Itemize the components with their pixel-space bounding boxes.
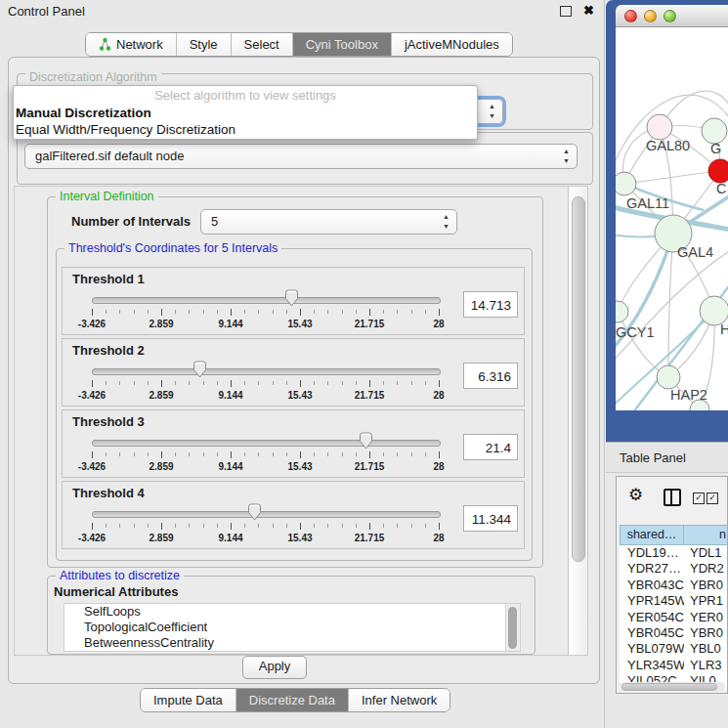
close-traffic-light-icon[interactable] [624,10,637,22]
major-tick [92,451,93,458]
tab-jactivemnodules[interactable]: jActiveMNodules [391,33,512,56]
threshold-value-field[interactable]: 21.4 [463,434,518,460]
major-tick [300,380,301,387]
network-node-hap2[interactable] [657,365,680,389]
network-icon [99,37,111,52]
table-row[interactable]: YDL19…YDL1 [620,545,728,561]
slider-handle[interactable] [359,432,373,450]
major-tick [161,451,162,458]
threshold-value-field[interactable]: 6.316 [463,363,518,389]
tick-label: 9.144 [218,319,242,329]
slider-handle[interactable] [247,503,262,521]
tick-label: -3.426 [78,461,106,472]
table-row[interactable]: YER054CYER0 [620,610,728,625]
network-window-titlebar [616,5,728,27]
attributes-scrollbar[interactable] [505,604,520,651]
table-row[interactable]: YLR345WYLR3 [620,658,728,673]
network-node-gcy1[interactable] [616,301,628,322]
tick-label: 9.144 [218,533,242,543]
node-label: GCY1 [616,324,655,340]
table-row[interactable]: YBL079WYBL0 [620,641,728,657]
numerical-attributes-list[interactable]: SelfLoopsTopologicalCoefficientBetweenne… [64,603,521,652]
tab-network[interactable]: Network [86,33,176,56]
tick-label: 15.43 [287,390,312,401]
major-tick [369,380,370,387]
table-cell: YDL1 [684,545,728,561]
tick-label: 2.859 [149,319,173,329]
minimize-traffic-light-icon[interactable] [644,10,657,22]
threshold-value-field[interactable]: 11.344 [463,505,518,532]
table-horizontal-scrollbar[interactable] [620,682,725,691]
network-canvas[interactable]: GAL80GCGAL11GAL4GCY1HHAP2 [616,27,728,410]
network-graph: GAL80GCGAL11GAL4GCY1HHAP2 [616,27,728,410]
split-columns-icon[interactable] [664,489,681,506]
slider-track[interactable] [92,440,441,447]
table-data-combo-box[interactable]: galFiltered.sif default node ▲▼ [24,144,578,169]
tick-label: 9.144 [218,390,242,401]
scrollbar-thumb[interactable] [621,683,717,691]
column-header-1[interactable]: shared… [620,525,684,545]
apply-button[interactable]: Apply [242,656,307,679]
network-node-gal11[interactable] [616,172,636,195]
algorithm-option-manual-discretization[interactable]: Manual Discretization [14,105,477,121]
close-icon[interactable]: ✖ [583,3,594,18]
slider-handle[interactable] [284,289,299,307]
slider-track[interactable] [92,368,441,375]
tab-discretize-data[interactable]: Discretize Data [236,689,348,711]
table-row[interactable]: YPR145WYPR1 [620,593,728,609]
column-header-2[interactable]: n [684,525,728,545]
algorithm-placeholder-option[interactable]: Select algorithm to view settings [14,86,477,105]
scrollbar-thumb[interactable] [572,196,585,562]
attribute-list-item[interactable]: BetweennessCentrality [64,635,520,651]
tick-label: 28 [433,461,444,472]
threshold-value-field[interactable]: 14.713 [463,291,518,318]
checkbox-icon[interactable]: ✓ [707,492,718,504]
algorithm-option-equal-width-frequency-discretization[interactable]: Equal Width/Frequency Discretization [14,121,477,138]
settings-vertical-scrollbar[interactable] [568,187,587,655]
major-tick [161,309,162,316]
tab-select[interactable]: Select [231,33,292,56]
major-tick [92,523,93,530]
zoom-traffic-light-icon[interactable] [664,10,676,22]
gear-icon[interactable]: ⚙ [628,485,643,505]
threshold-slider[interactable]: -3.4262.8599.14415.4321.71528 [92,366,439,404]
slider-handle[interactable] [193,361,207,378]
table-row[interactable]: YBR043CYBR0 [620,578,728,593]
threshold-slider[interactable]: -3.4262.8599.14415.4321.71528 [92,438,439,475]
tab-label: Style [190,37,218,52]
major-tick [439,523,440,530]
network-node-c[interactable] [708,159,728,183]
network-node-gal80[interactable] [647,114,672,140]
number-of-intervals-combo[interactable]: 5 ▲▼ [200,209,457,235]
threshold-panel: Threshold 1-3.4262.8599.14415.4321.71528… [62,267,525,335]
major-tick [231,309,232,316]
checkbox-icon[interactable]: ✓ [693,492,705,504]
tick-label: 2.859 [149,533,173,543]
tab-style[interactable]: Style [176,33,231,56]
attribute-list-item[interactable]: TopologicalCoefficient [64,620,520,635]
discretization-algorithm-title: Discretization Algorithm [25,70,161,84]
table-header-row: shared…n [620,525,728,545]
attribute-list-item[interactable]: SelfLoops [64,604,520,620]
slider-track[interactable] [92,297,441,304]
tab-label: Impute Data [153,693,223,707]
tab-infer-network[interactable]: Infer Network [348,689,450,711]
tab-cyni-toolbox[interactable]: Cyni Toolbox [292,33,391,56]
table-row[interactable]: YDR27…YDR2 [620,561,728,577]
table-row[interactable]: YBR045CYBR0 [620,625,728,641]
scrollbar-thumb[interactable] [508,607,517,649]
threshold-slider[interactable]: -3.4262.8599.14415.4321.71528 [92,295,439,332]
table-panel: Table Panel ⚙ ✓ ✓ shared…n YDL19…YDL1YDR… [606,442,728,728]
threshold-coordinates-title: Threshold's Coordinates for 5 Intervals [64,241,281,255]
major-tick [92,309,93,316]
tab-label: Network [116,37,163,52]
threshold-slider[interactable]: -3.4262.8599.14415.4321.71528 [92,509,439,546]
table-cell: YLR3 [684,658,728,673]
cyni-toolbox-panel: Discretization Algorithm ▲▼ Select algor… [8,57,600,684]
slider-track[interactable] [92,511,441,518]
float-window-icon[interactable] [560,6,572,17]
tab-impute-data[interactable]: Impute Data [141,689,236,711]
threshold-panel: Threshold 2-3.4262.8599.14415.4321.71528… [62,338,525,407]
table-cell: YER0 [684,610,728,625]
tab-label: Cyni Toolbox [306,37,378,52]
